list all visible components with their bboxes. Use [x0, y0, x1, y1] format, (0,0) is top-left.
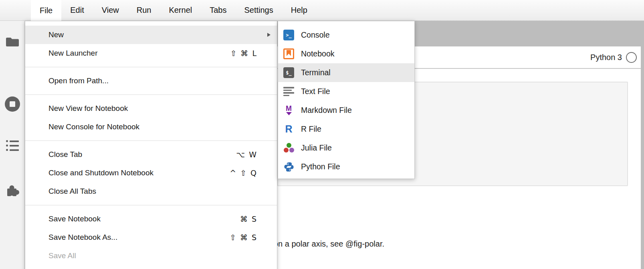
menu-settings[interactable]: Settings	[235, 0, 282, 20]
running-kernels-tab[interactable]	[0, 96, 25, 112]
menu-item-shortcut: ⇧ ⌘ S	[230, 233, 257, 242]
submenu-item-text-file[interactable]: Text File	[278, 82, 414, 101]
menu-item-open-from-path[interactable]: Open from Path...	[25, 72, 277, 90]
window-right-edge	[641, 21, 644, 269]
menu-divider	[25, 141, 277, 141]
menu-item-label: Save Notebook	[48, 215, 101, 223]
submenu-item-label: Julia File	[301, 143, 332, 153]
menu-item-save-all[interactable]: Save All	[25, 247, 277, 265]
menu-item-save-notebook-as[interactable]: Save Notebook As... ⇧ ⌘ S	[25, 228, 277, 247]
menu-item-close-all-tabs[interactable]: Close All Tabs	[25, 182, 277, 201]
running-kernels-icon	[4, 96, 21, 112]
menu-item-label: New Console for Notebook	[48, 122, 139, 131]
file-browser-tab[interactable]	[0, 36, 25, 48]
python-icon	[283, 161, 294, 172]
submenu-item-julia-file[interactable]: Julia File	[278, 139, 414, 157]
extension-manager-tab[interactable]	[0, 183, 25, 198]
menu-divider	[25, 67, 277, 67]
folder-icon	[5, 36, 20, 48]
table-of-contents-icon	[6, 140, 19, 151]
menu-help[interactable]: Help	[282, 0, 316, 20]
menu-view[interactable]: View	[93, 0, 128, 20]
r-file-icon: R	[283, 124, 294, 134]
left-sidebar	[0, 21, 25, 269]
menu-item-new-launcher[interactable]: New Launcher ⇧ ⌘ L	[25, 44, 277, 62]
submenu-arrow-icon	[267, 33, 271, 37]
table-of-contents-tab[interactable]	[0, 140, 25, 151]
submenu-item-label: R File	[301, 124, 321, 134]
menu-item-label: Open from Path...	[48, 76, 109, 85]
menu-divider	[25, 94, 277, 95]
submenu-item-label: Python File	[301, 162, 340, 171]
terminal-icon: $_	[283, 67, 294, 78]
menu-item-new-console-for-notebook[interactable]: New Console for Notebook	[25, 118, 277, 136]
submenu-item-terminal[interactable]: $_ Terminal	[278, 63, 414, 82]
submenu-item-notebook[interactable]: Notebook	[278, 44, 414, 63]
menu-file[interactable]: File	[31, 0, 61, 21]
menu-edit[interactable]: Edit	[61, 0, 93, 20]
submenu-item-markdown-file[interactable]: M Markdown File	[278, 101, 414, 120]
notebook-icon	[283, 48, 294, 59]
menu-item-label: New	[48, 30, 64, 39]
text-file-icon	[283, 86, 294, 97]
menu-item-label: Close All Tabs	[48, 187, 96, 196]
main-menu-bar: File Edit View Run Kernel Tabs Settings …	[0, 0, 644, 21]
julia-icon	[283, 143, 294, 153]
markdown-paragraph: on a polar axis, see @fig-polar.	[274, 239, 384, 249]
menu-item-save-notebook[interactable]: Save Notebook ⌘ S	[25, 210, 277, 228]
kernel-status-icon[interactable]	[626, 52, 637, 63]
menu-run[interactable]: Run	[128, 0, 160, 20]
file-dropdown-menu: New New Launcher ⇧ ⌘ L Open from Path...…	[25, 21, 277, 269]
menu-item-shortcut: ⇧ ⌘ L	[230, 49, 257, 58]
menu-item-shortcut: ⌥ W	[236, 150, 257, 159]
submenu-item-label: Text File	[301, 87, 330, 96]
menu-item-shortcut: ^ ⇧ Q	[230, 169, 257, 177]
submenu-item-r-file[interactable]: R R File	[278, 120, 414, 139]
markdown-icon: M	[283, 105, 294, 116]
menu-divider	[25, 205, 277, 205]
menu-item-label: Close Tab	[48, 150, 82, 159]
submenu-item-label: Notebook	[301, 49, 334, 58]
menu-item-new-view-for-notebook[interactable]: New View for Notebook	[25, 99, 277, 118]
new-submenu: >_ Console Notebook $_ Terminal Text Fil…	[278, 21, 415, 179]
menu-item-label: Save All	[48, 251, 76, 260]
menu-item-close-and-shutdown-notebook[interactable]: Close and Shutdown Notebook ^ ⇧ Q	[25, 164, 277, 182]
submenu-item-label: Markdown File	[301, 106, 352, 115]
kernel-name[interactable]: Python 3	[590, 53, 622, 62]
extensions-puzzle-icon	[5, 183, 20, 198]
console-icon: >_	[283, 30, 294, 40]
menu-item-label: Save Notebook As...	[48, 233, 117, 242]
menu-item-label: New View for Notebook	[48, 104, 128, 113]
menu-tabs[interactable]: Tabs	[201, 0, 235, 20]
menu-item-new[interactable]: New	[25, 26, 277, 44]
menu-kernel[interactable]: Kernel	[160, 0, 201, 20]
submenu-item-console[interactable]: >_ Console	[278, 26, 414, 44]
menu-item-label: Close and Shutdown Notebook	[48, 169, 153, 177]
submenu-item-label: Terminal	[301, 68, 331, 77]
menu-item-label: New Launcher	[48, 49, 98, 58]
submenu-item-python-file[interactable]: Python File	[278, 157, 414, 176]
submenu-item-label: Console	[301, 30, 330, 40]
menu-item-shortcut: ⌘ S	[240, 215, 257, 223]
menu-item-close-tab[interactable]: Close Tab ⌥ W	[25, 145, 277, 164]
